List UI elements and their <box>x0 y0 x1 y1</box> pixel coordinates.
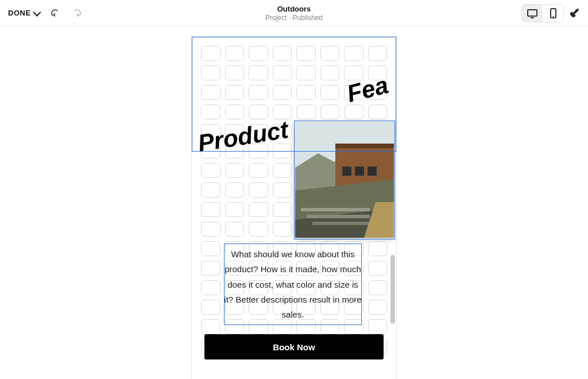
desktop-icon <box>527 9 537 17</box>
project-title: Outdoors <box>0 5 588 13</box>
svg-rect-10 <box>307 215 370 218</box>
grid-cell <box>368 46 388 61</box>
scrollbar-thumb[interactable] <box>390 255 395 324</box>
grid-cell <box>368 280 388 295</box>
grid-cell <box>320 105 340 119</box>
grid-cell <box>201 183 220 198</box>
grid-cell <box>225 163 245 178</box>
cta-label: Book Now <box>273 342 315 352</box>
done-button[interactable]: DONE <box>8 9 39 17</box>
svg-rect-3 <box>335 144 394 148</box>
grid-cell <box>225 65 245 80</box>
grid-cell <box>368 300 388 315</box>
grid-cell <box>249 85 268 100</box>
svg-rect-11 <box>312 222 370 225</box>
grid-cell <box>225 183 245 198</box>
desktop-view-button[interactable] <box>522 5 543 22</box>
project-subtitle: Project · Published <box>0 14 588 22</box>
undo-button[interactable] <box>49 7 61 19</box>
grid-cell <box>201 202 220 217</box>
grid-cell <box>368 105 388 119</box>
grid-cell <box>201 261 220 276</box>
page-canvas[interactable]: Product Fea What should we know about t <box>192 37 396 379</box>
styles-brush-button[interactable] <box>566 5 582 21</box>
chevron-down-icon <box>33 8 41 16</box>
grid-cell <box>296 46 316 61</box>
grid-cell <box>201 300 220 315</box>
grid-cell <box>273 163 292 178</box>
editor-workspace: Product Fea What should we know about t <box>0 26 588 379</box>
grid-cell <box>296 105 316 119</box>
grid-cell <box>368 261 388 276</box>
grid-cell <box>249 202 268 217</box>
svg-rect-6 <box>368 167 377 176</box>
grid-cell <box>201 222 220 237</box>
grid-cell <box>225 46 245 61</box>
grid-cell <box>201 280 220 295</box>
svg-rect-5 <box>355 167 364 176</box>
grid-cell <box>249 65 268 80</box>
grid-cell <box>249 222 268 237</box>
product-image[interactable] <box>295 122 394 238</box>
editor-toolbar: DONE Outdoors Project · Published <box>0 0 588 26</box>
grid-cell <box>225 85 245 100</box>
product-description[interactable]: What should we know about this product? … <box>224 247 362 322</box>
product-image-placeholder <box>295 122 394 238</box>
grid-cell <box>201 46 220 61</box>
grid-cell <box>201 241 220 256</box>
grid-cell <box>201 319 220 334</box>
grid-cell <box>296 85 316 100</box>
grid-cell <box>344 46 363 61</box>
grid-cell <box>225 202 245 217</box>
mobile-icon <box>550 8 556 18</box>
svg-rect-4 <box>342 167 351 176</box>
grid-cell <box>273 85 292 100</box>
grid-cell <box>320 46 340 61</box>
grid-cell <box>320 65 340 80</box>
grid-cell <box>320 85 340 100</box>
grid-cell <box>273 222 292 237</box>
grid-cell <box>249 163 268 178</box>
grid-cell <box>201 163 220 178</box>
mobile-view-button[interactable] <box>543 5 563 22</box>
redo-button[interactable] <box>71 7 83 19</box>
grid-cell <box>273 144 292 158</box>
grid-cell <box>368 241 388 256</box>
viewport-toggle <box>521 4 564 22</box>
grid-cell <box>201 65 220 80</box>
grid-cell <box>273 202 292 217</box>
redo-icon <box>73 9 81 17</box>
grid-cell <box>201 85 220 100</box>
svg-rect-2 <box>335 144 394 186</box>
grid-cell <box>273 65 292 80</box>
grid-cell <box>225 105 245 119</box>
grid-cell <box>249 46 268 61</box>
grid-cell <box>249 105 268 119</box>
grid-cell <box>368 319 388 334</box>
grid-cell <box>273 183 292 198</box>
done-label: DONE <box>8 9 31 17</box>
grid-cell <box>273 46 292 61</box>
grid-cell <box>296 65 316 80</box>
grid-cell <box>201 105 220 119</box>
grid-cell <box>225 222 245 237</box>
book-now-button[interactable]: Book Now <box>204 334 384 359</box>
undo-icon <box>51 9 59 17</box>
svg-rect-9 <box>301 208 370 211</box>
grid-cell <box>249 183 268 198</box>
